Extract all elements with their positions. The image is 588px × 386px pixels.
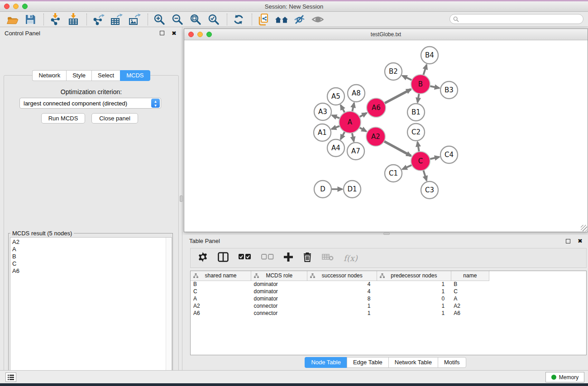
- tab-mcds[interactable]: MCDS: [120, 70, 150, 81]
- first-neighbors-icon[interactable]: [275, 13, 288, 26]
- zoom-in-icon[interactable]: [153, 13, 166, 26]
- table-cell[interactable]: A6: [191, 310, 251, 317]
- graph-edge-A-A5[interactable]: [341, 105, 345, 113]
- graph-edge-B-B2[interactable]: [402, 76, 412, 80]
- graph-edge-A6-B[interactable]: [385, 89, 411, 103]
- tab-edge-table[interactable]: Edge Table: [347, 357, 388, 368]
- column-header-MCDS-role[interactable]: MCDS role: [251, 271, 307, 281]
- table-row[interactable]: A2connector11A2: [191, 302, 489, 310]
- graph-edge-A-A2[interactable]: [359, 128, 366, 132]
- table-cell[interactable]: A: [451, 295, 489, 302]
- graph-edge-C-C4[interactable]: [430, 157, 439, 159]
- node-table[interactable]: shared nameMCDS rolesuccessor nodesprede…: [190, 271, 587, 355]
- memory-button[interactable]: Memory: [545, 372, 584, 382]
- add-row-icon[interactable]: [284, 253, 293, 263]
- table-row[interactable]: Cdominator41C: [191, 288, 489, 295]
- table-cell[interactable]: connector: [251, 310, 307, 317]
- network-canvas[interactable]: B4B2BB3A8A5A6B1A3AA1C2A2A4A7C4CC1C3DD1: [184, 40, 588, 232]
- export-image-icon[interactable]: [128, 13, 141, 26]
- table-cell[interactable]: 1: [377, 288, 451, 295]
- float-panel-icon[interactable]: [160, 31, 164, 35]
- table-cell[interactable]: 4: [307, 281, 377, 288]
- float-table-panel-icon[interactable]: [566, 239, 570, 243]
- graph-edge-A-A6[interactable]: [359, 113, 367, 117]
- table-cell[interactable]: 0: [377, 295, 451, 302]
- tab-network[interactable]: Network: [32, 70, 66, 81]
- mcds-result-item[interactable]: A: [12, 246, 172, 253]
- deselect-all-icon[interactable]: [261, 254, 274, 262]
- zoom-selected-icon[interactable]: [207, 13, 220, 26]
- select-all-icon[interactable]: [239, 254, 251, 262]
- column-header-name[interactable]: name: [451, 271, 489, 281]
- close-panel-icon[interactable]: ✖: [172, 30, 177, 37]
- column-header-shared-name[interactable]: shared name: [191, 271, 251, 281]
- table-cell[interactable]: B: [451, 281, 489, 288]
- tab-select[interactable]: Select: [91, 70, 120, 81]
- graph-edge-A2-C[interactable]: [384, 141, 411, 156]
- column-header-predecessor-nodes[interactable]: predecessor nodes: [377, 271, 451, 281]
- search-input[interactable]: [449, 14, 583, 24]
- table-row[interactable]: Bdominator41B: [191, 281, 489, 288]
- mcds-result-item[interactable]: A6: [12, 267, 172, 275]
- tab-motifs[interactable]: Motifs: [438, 357, 466, 368]
- table-cell[interactable]: 1: [377, 302, 451, 310]
- graph-edge-C-C1[interactable]: [402, 165, 412, 169]
- table-cell[interactable]: 1: [377, 310, 451, 317]
- table-cell[interactable]: 1: [307, 302, 377, 310]
- graph-edge-B-B1[interactable]: [418, 94, 419, 103]
- table-cell[interactable]: dominator: [251, 288, 307, 295]
- table-cell[interactable]: 1: [307, 310, 377, 317]
- new-network-from-selection-icon[interactable]: [257, 13, 270, 26]
- table-cell[interactable]: 8: [307, 295, 377, 302]
- graph-edge-A-A7[interactable]: [352, 133, 354, 142]
- graph-edge-A-A8[interactable]: [352, 103, 354, 111]
- table-settings-icon[interactable]: [198, 252, 208, 264]
- column-header-successor-nodes[interactable]: successor nodes: [307, 271, 377, 281]
- graph-edge-C-C3[interactable]: [423, 170, 426, 181]
- hide-selected-icon[interactable]: [293, 13, 306, 26]
- import-network-icon[interactable]: [48, 13, 62, 26]
- criterion-dropdown[interactable]: largest connected component (directed) ▲…: [19, 98, 161, 109]
- table-cell[interactable]: C: [191, 288, 251, 295]
- table-cell[interactable]: C: [451, 288, 489, 295]
- table-cell[interactable]: B: [191, 281, 251, 288]
- mcds-result-list[interactable]: A2ABCA6: [10, 237, 172, 386]
- close-table-panel-icon[interactable]: ✖: [578, 238, 583, 244]
- vertical-split-handle[interactable]: [180, 195, 183, 202]
- graph-edge-A-A3[interactable]: [332, 115, 340, 119]
- zoom-fit-icon[interactable]: [189, 13, 202, 26]
- tab-node-table[interactable]: Node Table: [305, 357, 347, 368]
- graph-edge-B-B3[interactable]: [430, 86, 440, 88]
- window-resize-grip[interactable]: [581, 225, 587, 231]
- graph-edge-C-C2[interactable]: [417, 142, 419, 152]
- table-cell[interactable]: dominator: [251, 295, 307, 302]
- show-all-icon[interactable]: [311, 13, 325, 26]
- mcds-list-scrollbar[interactable]: [166, 238, 172, 385]
- run-mcds-button[interactable]: Run MCDS: [41, 113, 85, 124]
- table-cell[interactable]: 4: [307, 288, 377, 295]
- table-cell[interactable]: A2: [191, 302, 251, 310]
- task-history-button[interactable]: [5, 372, 16, 382]
- open-session-icon[interactable]: [5, 13, 19, 26]
- graph-edge-B-B4[interactable]: [423, 65, 426, 75]
- table-cell[interactable]: dominator: [251, 281, 307, 288]
- show-columns-icon[interactable]: [218, 252, 229, 264]
- table-cell[interactable]: connector: [251, 302, 307, 310]
- mcds-result-item[interactable]: C: [12, 260, 172, 267]
- save-session-icon[interactable]: [24, 13, 37, 26]
- export-table-icon[interactable]: [110, 13, 123, 26]
- table-cell[interactable]: A: [191, 295, 251, 302]
- mcds-result-item[interactable]: A2: [12, 238, 172, 246]
- zoom-out-icon[interactable]: [171, 13, 184, 26]
- table-cell[interactable]: 1: [377, 281, 451, 288]
- close-panel-button[interactable]: Close panel: [91, 113, 138, 124]
- import-table-icon[interactable]: [67, 13, 80, 26]
- export-network-icon[interactable]: [91, 13, 105, 26]
- graph-edge-A-A4[interactable]: [341, 132, 345, 139]
- table-row[interactable]: Adominator80A: [191, 295, 489, 302]
- graph-edge-A-A1[interactable]: [332, 126, 340, 129]
- table-row[interactable]: A6connector11A6: [191, 310, 489, 317]
- tab-style[interactable]: Style: [66, 70, 91, 81]
- table-cell[interactable]: A2: [451, 302, 489, 310]
- delete-row-icon[interactable]: [303, 252, 312, 264]
